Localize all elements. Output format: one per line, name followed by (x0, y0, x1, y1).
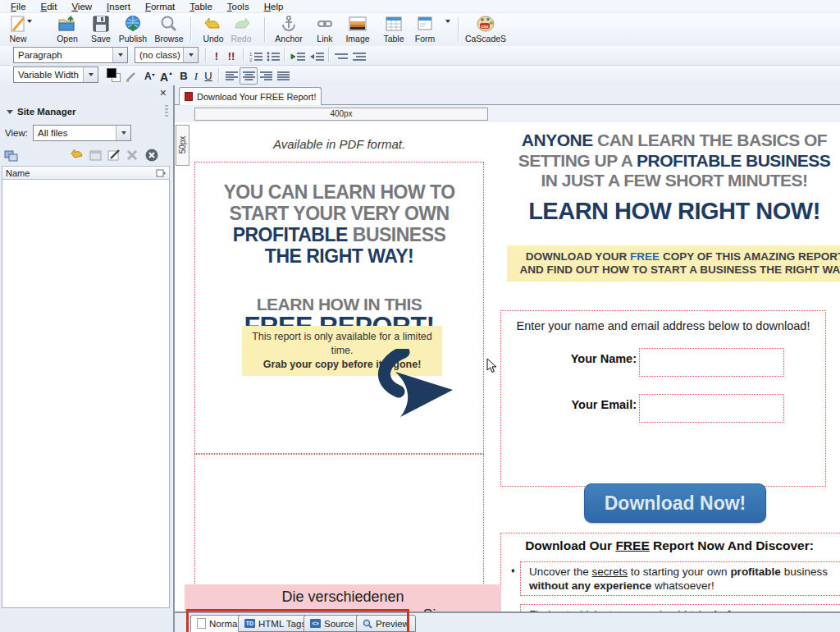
outdent-button[interactable] (307, 48, 326, 65)
form-dropdown-caret[interactable] (445, 23, 450, 33)
menu-view[interactable]: View (64, 1, 99, 12)
align-right-button[interactable] (257, 67, 275, 85)
image-button[interactable]: Image (340, 15, 376, 44)
bigger-a-icon: A (159, 70, 173, 83)
view-filter-select[interactable]: All files (33, 125, 131, 141)
menu-table[interactable]: Table (182, 1, 220, 12)
link-icon (316, 15, 334, 33)
select-dropdown-button[interactable] (116, 126, 130, 140)
delete-x-icon[interactable] (125, 148, 139, 163)
email-input[interactable] (639, 394, 784, 423)
redo-button[interactable]: Redo (223, 15, 259, 44)
strong-emphasis-button[interactable]: !! (223, 48, 240, 65)
align-block-alt-button[interactable] (350, 48, 368, 65)
refresh-icon[interactable] (71, 148, 85, 163)
align-left-button[interactable] (222, 67, 240, 85)
new-dropdown-caret[interactable] (27, 23, 32, 33)
download-now-button[interactable]: Download Now! (584, 483, 766, 523)
bullet-icon: ♦ (511, 566, 515, 575)
page-canvas[interactable]: 50px Available in PDF format. YOU CAN LE… (175, 122, 840, 611)
css-class-select[interactable]: (no class) (135, 47, 199, 63)
toolbar-separator (218, 68, 220, 83)
toolbar-separator (264, 17, 266, 42)
select-dropdown-button[interactable] (183, 48, 198, 62)
bulleted-list-button[interactable] (264, 48, 282, 65)
cascades-button[interactable]: css CaScadeS (463, 15, 509, 44)
paragraph-format-select[interactable]: Paragraph (13, 47, 128, 63)
publish-globe-icon (124, 15, 142, 33)
indent-button[interactable] (288, 48, 308, 65)
menu-file[interactable]: File (3, 1, 34, 12)
discover-cell[interactable]: Download Our FREE Report Now And Discove… (500, 533, 840, 611)
file-list[interactable] (2, 180, 170, 608)
new-page-icon (9, 15, 27, 33)
menu-insert[interactable]: Insert (99, 1, 138, 12)
document-icon (185, 92, 193, 101)
ruler-row: 400px (175, 106, 840, 122)
svg-text:1: 1 (249, 52, 253, 57)
save-button[interactable]: Save (83, 15, 119, 44)
name-label: Your Name: (501, 352, 637, 365)
redo-icon (232, 15, 250, 33)
document-tabstrip: Download Your FREE Report! - ... (175, 85, 840, 105)
learn-now-headline: LEARN HOW RIGHT NOW! (497, 198, 840, 225)
format-toolbar-2: Variable Width A A B I U (0, 66, 840, 86)
font-select[interactable]: Variable Width (13, 66, 98, 83)
annotation-highlight-box (186, 609, 409, 632)
browse-button[interactable]: Browse (151, 15, 187, 44)
align-justify-button[interactable] (274, 67, 292, 85)
select-dropdown-button[interactable] (83, 67, 98, 82)
column-picker-icon[interactable] (156, 168, 166, 178)
numbered-list-button[interactable]: 12 (247, 48, 265, 65)
toolbar-separator (284, 48, 285, 62)
vertical-ruler[interactable]: 50px (176, 125, 189, 166)
menu-tools[interactable]: Tools (220, 1, 257, 12)
select-dropdown-button[interactable] (112, 48, 127, 62)
annotation-callout: Die verschiedenen Bearbeitungsansichten … (185, 584, 501, 611)
toolbar-separator (328, 48, 330, 62)
bullet-item-1: Uncover the secrets to starting your own… (520, 561, 840, 596)
name-input[interactable] (639, 348, 784, 377)
form-intro-text: Enter your name and email address below … (501, 319, 825, 332)
undo-icon (204, 15, 222, 33)
site-manager-header[interactable]: Site Manager (0, 103, 173, 120)
toolbar-separator (458, 17, 459, 42)
anchor-button[interactable]: Anchor (271, 15, 307, 44)
horizontal-ruler[interactable]: 400px (194, 108, 488, 121)
main-toolbar: New Open Save Publish Browse Undo Redo (0, 13, 840, 47)
align-center-button[interactable] (240, 67, 258, 85)
panel-grip[interactable] (165, 105, 168, 117)
highlight-pen-button[interactable] (123, 67, 139, 85)
decrease-font-button[interactable]: A (141, 67, 158, 85)
rename-icon[interactable] (89, 148, 103, 163)
link-button[interactable]: Link (307, 15, 343, 44)
underline-button[interactable]: U (201, 67, 216, 85)
menu-format[interactable]: Format (138, 1, 182, 12)
menu-edit[interactable]: Edit (34, 1, 65, 12)
edit-icon[interactable] (107, 148, 121, 163)
text-color-swatch[interactable] (107, 68, 120, 81)
app-window: File Edit View Insert Format Table Tools… (0, 0, 840, 632)
anchor-icon (280, 15, 298, 33)
form-button[interactable]: Form (407, 15, 443, 44)
signup-form-cell[interactable]: Enter your name and email address below … (500, 310, 826, 487)
align-block-button[interactable] (332, 48, 350, 65)
smaller-a-icon: A (144, 70, 156, 82)
bullet-item-2: Find out which steps you should take bef… (520, 604, 840, 611)
stop-icon[interactable] (144, 148, 159, 163)
name-column-header[interactable]: Name (2, 166, 170, 180)
publish-button[interactable]: Publish (115, 15, 151, 44)
format-toolbar-1: Paragraph (no class) ! !! 12 (0, 46, 840, 66)
close-panel-icon[interactable]: × (160, 87, 167, 98)
open-button[interactable]: Open (49, 15, 85, 44)
menu-help[interactable]: Help (257, 1, 291, 12)
document-tab[interactable]: Download Your FREE Report! - ... (179, 87, 322, 105)
increase-font-button[interactable]: A (157, 67, 175, 85)
emphasis-button[interactable]: ! (210, 48, 223, 65)
pdf-note: Available in PDF format. (194, 137, 484, 151)
sites-panels-icon[interactable] (4, 148, 19, 163)
svg-text:2: 2 (249, 57, 253, 62)
collapse-triangle-icon (7, 110, 13, 114)
site-manager-toolbar (0, 148, 173, 164)
curved-arrow-graphic (353, 349, 459, 419)
